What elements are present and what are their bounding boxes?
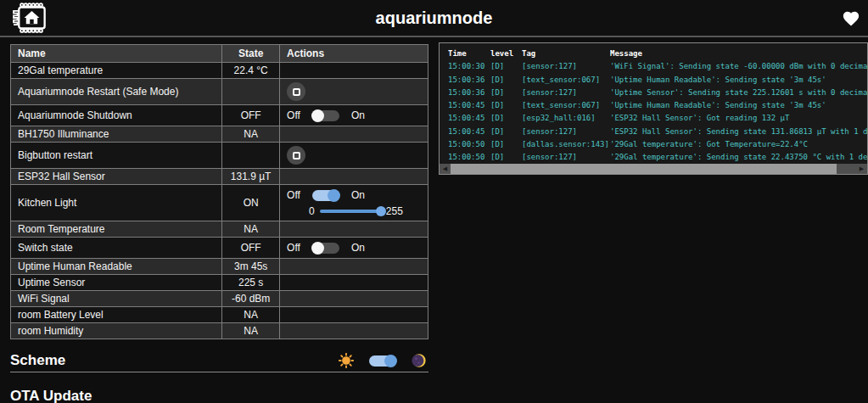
log-tag: [esp32_hall:016] bbox=[522, 112, 610, 125]
log-level: [D] bbox=[490, 74, 522, 87]
log-panel[interactable]: TimelevelTagMessage15:00:30[D][sensor:12… bbox=[439, 42, 868, 175]
toggle-switch[interactable] bbox=[312, 190, 339, 201]
square-icon bbox=[293, 152, 300, 160]
entity-name: 29Gal temperature bbox=[11, 63, 222, 79]
table-row: 29Gal temperature22.4 °C bbox=[11, 63, 428, 79]
entity-name: Room Temperature bbox=[11, 221, 222, 238]
scheme-toggle[interactable] bbox=[369, 355, 396, 367]
log-message: '29Gal temperature': Sending state 22.43… bbox=[610, 151, 867, 164]
log-time: 15:00:36 bbox=[448, 74, 490, 87]
table-row: room Battery LevelNA bbox=[11, 307, 428, 323]
table-row: Uptime Sensor225 s bbox=[11, 275, 428, 291]
toggle-knob bbox=[311, 242, 324, 255]
toggle-knob bbox=[311, 109, 324, 122]
log-time: 15:00:45 bbox=[448, 112, 490, 125]
entities-table: Name State Actions 29Gal temperature22.4… bbox=[10, 44, 428, 339]
press-button[interactable] bbox=[287, 146, 305, 165]
entity-state: OFF bbox=[222, 238, 280, 259]
table-row: BH1750 IlluminanceNA bbox=[11, 126, 428, 143]
slider-min-label: 0 bbox=[309, 205, 315, 217]
log-tag: [text_sensor:067] bbox=[522, 99, 610, 112]
app-header: aquariumnode bbox=[0, 0, 868, 37]
entity-actions bbox=[280, 63, 428, 79]
entity-actions: OffOn0255 bbox=[280, 185, 428, 221]
entity-state bbox=[222, 143, 280, 169]
log-time: 15:00:50 bbox=[448, 138, 490, 151]
press-button[interactable] bbox=[287, 82, 305, 101]
scrollbar-thumb[interactable] bbox=[451, 164, 837, 174]
entity-actions bbox=[280, 275, 428, 291]
log-level: [D] bbox=[490, 99, 522, 112]
log-time: 15:00:30 bbox=[448, 60, 490, 73]
entity-name: Aquariumnode Shutdown bbox=[11, 105, 222, 126]
scroll-right-arrow-icon[interactable]: ▶ bbox=[856, 164, 867, 174]
entity-name: ESP32 Hall Sensor bbox=[11, 169, 222, 185]
brightness-slider[interactable] bbox=[320, 210, 381, 213]
log-row: 15:00:45[D][sensor:127]'ESP32 Hall Senso… bbox=[448, 126, 867, 138]
brightness-slider-row: 0255 bbox=[309, 204, 421, 217]
entity-state: NA bbox=[222, 323, 280, 339]
log-time: 15:00:45 bbox=[448, 126, 490, 138]
table-row: Aquariumnode Restart (Safe Mode) bbox=[11, 79, 428, 105]
entity-name: Aquariumnode Restart (Safe Mode) bbox=[11, 79, 222, 105]
log-col-header-message: Message bbox=[610, 48, 867, 60]
table-row: WiFi Signal-60 dBm bbox=[11, 291, 428, 307]
entity-state: 225 s bbox=[222, 275, 280, 291]
log-horizontal-scrollbar[interactable]: ◀ ▶ bbox=[440, 164, 867, 174]
entity-name: room Humidity bbox=[11, 323, 222, 339]
toggle-on-label: On bbox=[351, 189, 365, 201]
toggle-switch[interactable] bbox=[312, 243, 339, 254]
log-level: [D] bbox=[490, 112, 522, 125]
table-row: Kitchen LightONOffOn0255 bbox=[11, 185, 428, 221]
table-row: ESP32 Hall Sensor131.9 µT bbox=[11, 169, 428, 185]
toggle-knob bbox=[328, 189, 340, 202]
entity-state: 22.4 °C bbox=[222, 63, 280, 79]
ota-section-header: OTA Update bbox=[10, 388, 428, 403]
entity-actions bbox=[280, 79, 428, 105]
slider-thumb[interactable] bbox=[376, 206, 386, 216]
table-row: Uptime Human Readable3m 45s bbox=[11, 259, 428, 275]
entity-state: NA bbox=[222, 307, 280, 323]
sun-icon bbox=[339, 353, 354, 368]
entities-section: Name State Actions 29Gal temperature22.4… bbox=[10, 44, 428, 403]
log-message: 'ESP32 Hall Sensor': Sending state 131.8… bbox=[610, 126, 867, 138]
log-time: 15:00:50 bbox=[448, 151, 490, 164]
entity-actions: OffOn bbox=[280, 238, 428, 259]
log-message: 'Uptime Human Readable': Sending state '… bbox=[610, 99, 867, 112]
esphome-logo-icon[interactable] bbox=[7, 2, 49, 34]
table-row: Room TemperatureNA bbox=[11, 221, 428, 238]
entity-state: NA bbox=[222, 221, 280, 238]
entity-state: OFF bbox=[222, 105, 280, 126]
entity-actions bbox=[280, 169, 428, 185]
col-header-state: State bbox=[222, 45, 280, 63]
table-row: Switch stateOFFOffOn bbox=[11, 238, 428, 259]
entity-state: -60 dBm bbox=[222, 291, 280, 307]
square-icon bbox=[293, 88, 300, 96]
entity-name: Switch state bbox=[11, 238, 222, 259]
toggle-control: OffOn bbox=[287, 187, 421, 204]
log-level: [D] bbox=[490, 126, 522, 138]
log-time: 15:00:36 bbox=[448, 87, 490, 99]
log-row: 15:00:36[D][sensor:127]'Uptime Sensor': … bbox=[448, 87, 867, 99]
log-col-header-tag: Tag bbox=[522, 48, 610, 60]
log-message: 'Uptime Sensor': Sending state 225.12601… bbox=[610, 87, 867, 99]
table-row: Aquariumnode ShutdownOFFOffOn bbox=[11, 105, 428, 126]
log-col-header-level: level bbox=[490, 48, 522, 60]
toggle-switch[interactable] bbox=[312, 110, 339, 121]
entity-name: room Battery Level bbox=[11, 307, 222, 323]
entity-name: Uptime Sensor bbox=[11, 275, 222, 291]
log-tag: [dallas.sensor:143] bbox=[522, 138, 610, 151]
page-title: aquariumnode bbox=[0, 8, 868, 28]
entity-state: ON bbox=[222, 185, 280, 221]
scroll-left-arrow-icon[interactable]: ◀ bbox=[440, 164, 451, 174]
log-row: 15:00:45[D][text_sensor:067]'Uptime Huma… bbox=[448, 99, 867, 112]
toggle-control: OffOn bbox=[287, 239, 421, 256]
heart-icon[interactable] bbox=[841, 9, 861, 28]
log-message: 'WiFi Signal': Sending state -60.00000 d… bbox=[610, 60, 867, 73]
table-row: Bigbutton restart bbox=[11, 143, 428, 169]
entity-state: 131.9 µT bbox=[222, 169, 280, 185]
log-level: [D] bbox=[490, 151, 522, 164]
log-tag: [sensor:127] bbox=[522, 60, 610, 73]
log-level: [D] bbox=[490, 60, 522, 73]
log-col-header-time: Time bbox=[448, 48, 490, 60]
